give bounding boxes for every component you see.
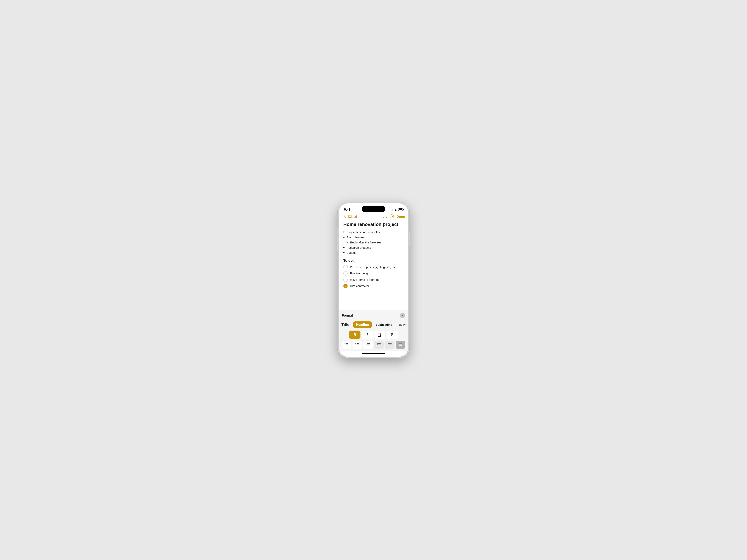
todo-item: Purchase supplies (lighting, tile, etc.) [343,265,404,269]
underline-button[interactable]: U [374,330,385,339]
unordered-list-button[interactable] [342,341,351,349]
format-header: Format ✕ [342,313,405,318]
italic-button[interactable]: I [362,330,373,339]
bullet-dot [343,252,344,253]
todo-item: Finalize design [343,271,404,276]
todo-item-text: Finalize design [350,271,369,276]
share-icon[interactable] [383,214,387,219]
format-list-row: 1. 2. 3. [342,341,405,349]
svg-rect-10 [355,343,356,344]
todo-item: Hire contractor [343,284,404,288]
decrease-indent-button[interactable] [374,341,384,349]
list-item: Start: January [343,235,404,240]
phone-frame: 9:41 ▲ ‹ All iCloud [337,202,410,358]
signal-icon [390,208,393,211]
signal-bar-1 [390,210,390,211]
todo-checkbox-4[interactable] [343,284,347,288]
format-style-row: Title Heading Subheading Body [342,321,405,328]
signal-bar-3 [392,209,392,211]
todo-checkbox-2[interactable] [343,271,347,275]
svg-rect-17 [367,343,370,344]
svg-text:3.: 3. [366,345,367,347]
bullet-list: Project timeline: 4 months Start: Januar… [343,230,404,255]
svg-rect-15 [357,346,359,346]
phone-screen: 9:41 ▲ ‹ All iCloud [339,204,408,356]
format-close-button[interactable]: ✕ [400,313,405,318]
list-item-sub: Begin after the New Year [343,240,404,245]
back-button[interactable]: ‹ All iCloud [342,215,357,218]
todo-item-text: Hire contractor [350,284,369,288]
nav-right-icons: Done [383,214,405,219]
todo-list: Purchase supplies (lighting, tile, etc.)… [343,265,404,288]
bullet-dot [343,237,344,238]
list-item-text: Project timeline: 4 months [346,230,380,235]
wifi-icon: ▲ [394,208,397,211]
svg-point-2 [391,216,392,217]
svg-rect-11 [357,343,359,344]
chevron-left-icon: ‹ [342,215,343,218]
done-button[interactable]: Done [397,215,405,219]
svg-point-8 [344,346,345,346]
battery-fill [399,209,402,210]
todo-item-text: Purchase supplies (lighting, tile, etc.) [350,265,397,269]
svg-rect-24 [377,346,381,346]
svg-rect-9 [346,346,349,346]
strikethrough-button[interactable]: S [387,330,398,339]
note-title[interactable]: Home renovation project [343,221,404,227]
svg-rect-22 [377,343,381,344]
bold-label: B [354,332,356,337]
todo-checkbox-3[interactable] [343,278,347,282]
todo-label-text: To do: [343,259,354,263]
list-item: Research products [343,246,404,250]
battery-icon [398,209,403,211]
todo-checkbox-1[interactable] [343,265,347,269]
increase-indent-button[interactable] [385,341,394,349]
sub-bullet-circle [347,242,348,243]
list-item: Budget [343,251,404,255]
back-label: All iCloud [344,215,357,218]
more-icon[interactable] [390,214,394,219]
todo-item-text: Move items to storage [350,278,379,282]
status-time: 9:41 [344,208,350,211]
list-item-text: Begin after the New Year [350,240,382,245]
list-item-text: Start: January [346,235,365,240]
svg-point-1 [391,216,391,217]
strikethrough-label: S [391,332,393,337]
todo-item: Move items to storage [343,278,404,282]
svg-rect-28 [399,343,402,346]
style-subheading-button[interactable]: Subheading [373,322,395,328]
status-icons: ▲ [390,208,403,211]
svg-rect-7 [346,345,349,345]
home-bar [362,353,385,354]
bullet-dot [343,247,344,248]
svg-rect-25 [388,343,392,344]
svg-rect-5 [346,343,349,344]
style-body-button[interactable]: Body [396,322,408,328]
style-heading-button[interactable]: Heading [353,321,372,328]
signal-bar-2 [391,210,391,211]
bold-button[interactable]: B [349,330,360,339]
svg-rect-14 [355,346,356,346]
svg-rect-19 [367,345,370,345]
svg-rect-27 [388,346,392,346]
list-item-text: Research products [346,246,371,250]
bullet-dot [343,231,344,233]
svg-point-6 [344,344,345,345]
home-indicator [339,351,408,356]
signal-bar-4 [392,209,393,211]
nav-bar: ‹ All iCloud Done [339,213,408,221]
italic-label: I [367,332,368,337]
style-title-button[interactable]: Title [339,321,352,328]
list-item-text: Budget [346,251,356,255]
table-button[interactable] [396,341,405,349]
format-title: Format [342,314,353,318]
svg-rect-21 [367,346,370,346]
svg-rect-13 [357,345,359,345]
svg-rect-23 [378,345,381,345]
svg-point-3 [392,216,392,217]
todo-label: To do: [343,259,404,263]
note-content: Home renovation project Project timeline… [339,221,408,310]
numbered-list-button[interactable]: 1. 2. 3. [363,341,373,349]
dashed-list-button[interactable] [353,341,362,349]
dynamic-island [362,206,385,212]
